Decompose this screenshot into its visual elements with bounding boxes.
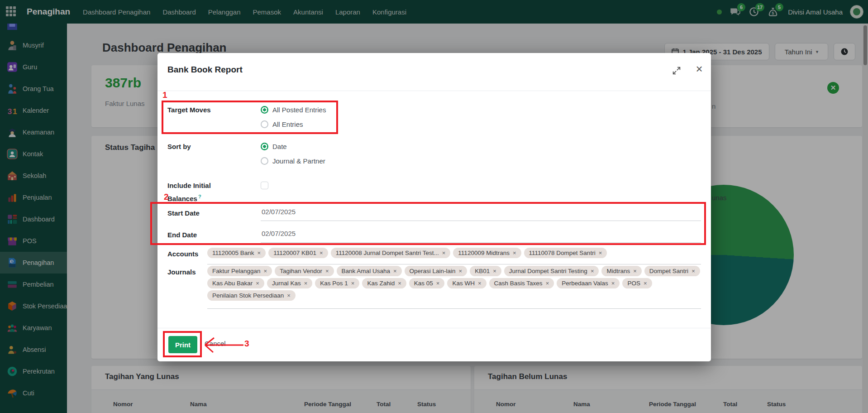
radio-journal-partner[interactable]: Journal & Partner xyxy=(261,157,325,165)
journals-tag-midtrans[interactable]: Midtrans× xyxy=(601,266,641,276)
footer-divider xyxy=(157,328,711,328)
journals-tag-kb01[interactable]: KB01× xyxy=(470,266,501,276)
journals-tag-perbedaan-valas[interactable]: Perbedaan Valas× xyxy=(557,278,620,288)
tag-label: Operasi Lain-lain xyxy=(410,268,456,274)
journals-tag-jurnal-kas[interactable]: Jurnal Kas× xyxy=(267,278,312,288)
accounts-tags: 11120005 Bank×11120007 KB01×11120008 Jur… xyxy=(207,248,701,258)
journals-tag-kas-abu-bakar[interactable]: Kas Abu Bakar× xyxy=(207,278,264,288)
annotation-box-target-moves xyxy=(162,101,338,134)
close-icon[interactable]: × xyxy=(693,63,705,75)
annotation-step-1: 1 xyxy=(162,90,167,100)
annotation-box-dates xyxy=(150,202,706,245)
tag-remove-icon[interactable]: × xyxy=(459,268,463,274)
tag-label: Jurnal Kas xyxy=(272,280,301,287)
tag-label: Kas 05 xyxy=(414,280,433,287)
header-divider xyxy=(157,91,711,91)
tag-remove-icon[interactable]: × xyxy=(591,268,594,274)
accounts-tag-11120005-bank[interactable]: 11120005 Bank× xyxy=(207,248,266,258)
radio-label: Journal & Partner xyxy=(272,157,325,165)
journals-tag-jurnal-dompet-santri-testing[interactable]: Jurnal Dompet Santri Testing× xyxy=(504,266,599,276)
tag-remove-icon[interactable]: × xyxy=(599,250,602,256)
journals-tag-penilaian-stok-persediaan[interactable]: Penilaian Stok Persediaan× xyxy=(207,290,296,301)
journals-tags: Faktur Pelanggan×Tagihan Vendor×Bank Ama… xyxy=(207,266,701,301)
tag-remove-icon[interactable]: × xyxy=(258,250,261,256)
tag-label: Kas Pos 1 xyxy=(320,280,348,287)
tag-label: Tagihan Vendor xyxy=(280,268,322,274)
annotation-arrow-left xyxy=(200,335,250,355)
expand-icon[interactable] xyxy=(672,66,682,76)
tag-remove-icon[interactable]: × xyxy=(351,280,355,287)
tag-remove-icon[interactable]: × xyxy=(644,280,647,287)
tag-label: 11120008 Jurnal Dompet Santri Test... xyxy=(336,250,439,256)
tag-remove-icon[interactable]: × xyxy=(513,250,516,256)
journals-tag-kas-zahid[interactable]: Kas Zahid× xyxy=(362,278,406,288)
tag-label: Faktur Pelanggan xyxy=(212,268,261,274)
accounts-tag-11120007-kb01[interactable]: 11120007 KB01× xyxy=(268,248,328,258)
tag-remove-icon[interactable]: × xyxy=(304,280,308,287)
tag-label: Dompet Santri xyxy=(649,268,688,274)
journals-tag-faktur-pelanggan[interactable]: Faktur Pelanggan× xyxy=(207,266,272,276)
journals-tag-kas-wh[interactable]: Kas WH× xyxy=(447,278,486,288)
tag-remove-icon[interactable]: × xyxy=(325,268,329,274)
tag-remove-icon[interactable]: × xyxy=(436,280,440,287)
include-initial-balances-label: Include Initial Balances? xyxy=(167,180,227,204)
tag-remove-icon[interactable]: × xyxy=(692,268,695,274)
tag-remove-icon[interactable]: × xyxy=(398,280,401,287)
radio-label: Date xyxy=(272,143,287,150)
help-icon[interactable]: ? xyxy=(198,194,201,199)
tag-label: Jurnal Dompet Santri Testing xyxy=(509,268,587,274)
include-initial-balances-checkbox[interactable] xyxy=(261,182,268,189)
tag-label: Kas Abu Bakar xyxy=(212,280,253,287)
tag-label: KB01 xyxy=(475,268,490,274)
tag-label: Bank Amal Usaha xyxy=(342,268,390,274)
journals-tag-dompet-santri[interactable]: Dompet Santri× xyxy=(644,266,700,276)
tag-label: POS xyxy=(627,280,640,287)
tag-remove-icon[interactable]: × xyxy=(633,268,637,274)
radio-icon-checked[interactable] xyxy=(261,143,268,150)
tag-remove-icon[interactable]: × xyxy=(546,280,549,287)
tag-remove-icon[interactable]: × xyxy=(393,268,397,274)
journals-tag-cash-basis-taxes[interactable]: Cash Basis Taxes× xyxy=(489,278,554,288)
label-text: Include Initial Balances xyxy=(167,182,211,202)
tag-remove-icon[interactable]: × xyxy=(264,268,267,274)
tag-label: Midtrans xyxy=(606,268,630,274)
tag-label: 11120007 KB01 xyxy=(273,250,316,256)
screen: Penagihan Dashboard PenagihanDashboardPe… xyxy=(0,0,868,413)
tag-label: 11120009 Midtrans xyxy=(458,250,510,256)
tag-remove-icon[interactable]: × xyxy=(478,280,482,287)
accounts-tag-11110078-dompet-santri[interactable]: 11110078 Dompet Santri× xyxy=(524,248,607,258)
tag-label: Cash Basis Taxes xyxy=(494,280,543,287)
radio-date[interactable]: Date xyxy=(261,143,287,150)
journals-tag-kas-pos-1[interactable]: Kas Pos 1× xyxy=(315,278,359,288)
annotation-step-2: 2 xyxy=(164,192,169,202)
journals-tag-bank-amal-usaha[interactable]: Bank Amal Usaha× xyxy=(337,266,402,276)
journals-tag-pos[interactable]: POS× xyxy=(622,278,652,288)
annotation-step-3: 3 xyxy=(244,339,249,349)
tag-remove-icon[interactable]: × xyxy=(320,250,323,256)
tag-label: Perbedaan Valas xyxy=(562,280,608,287)
tag-label: Kas WH xyxy=(452,280,475,287)
journals-tag-tagihan-vendor[interactable]: Tagihan Vendor× xyxy=(275,266,334,276)
tag-remove-icon[interactable]: × xyxy=(493,268,496,274)
dialog-title: Bank Book Report xyxy=(167,65,243,75)
tag-label: 11110078 Dompet Santri xyxy=(529,250,596,256)
radio-icon[interactable] xyxy=(261,157,268,165)
tag-label: Kas Zahid xyxy=(367,280,395,287)
annotation-box-print xyxy=(163,331,202,357)
sort-by-label: Sort by xyxy=(167,141,235,152)
tag-remove-icon[interactable]: × xyxy=(287,292,291,299)
journals-tag-operasi-lain-lain[interactable]: Operasi Lain-lain× xyxy=(405,266,467,276)
journals-tag-kas-05[interactable]: Kas 05× xyxy=(409,278,445,288)
accounts-underline xyxy=(207,264,701,264)
tag-remove-icon[interactable]: × xyxy=(256,280,259,287)
tag-label: Penilaian Stok Persediaan xyxy=(212,292,284,299)
tag-remove-icon[interactable]: × xyxy=(442,250,446,256)
tag-remove-icon[interactable]: × xyxy=(611,280,615,287)
accounts-tag-11120008-jurnal-dompet-santri-test[interactable]: 11120008 Jurnal Dompet Santri Test...× xyxy=(331,248,451,258)
journals-underline xyxy=(207,308,701,309)
accounts-tag-11120009-midtrans[interactable]: 11120009 Midtrans× xyxy=(453,248,521,258)
tag-label: 11120005 Bank xyxy=(212,250,254,256)
